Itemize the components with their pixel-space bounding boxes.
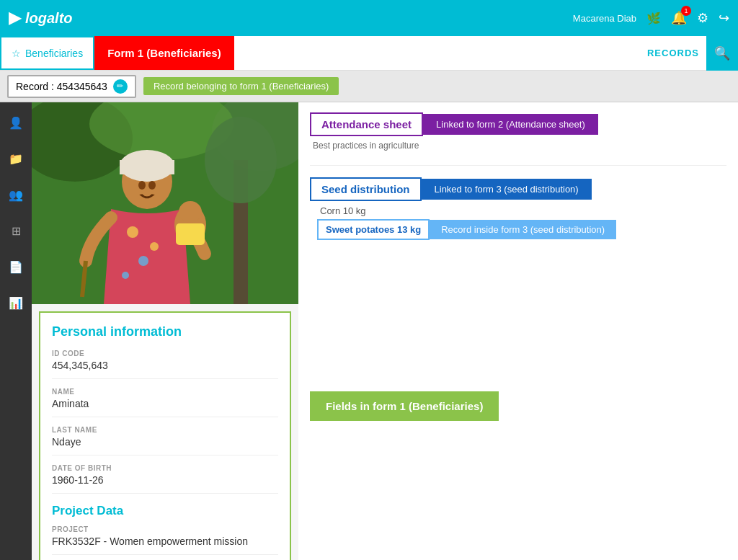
person-image [32, 102, 298, 304]
attendance-linked-label: Linked to form 2 (Attendance sheet) [423, 114, 598, 135]
project-label: PROJECT [52, 525, 278, 533]
attendance-section-header: Attendance sheet Linked to form 2 (Atten… [310, 112, 726, 136]
id-code-value: 454,345,643 [52, 360, 278, 371]
project-value: FRK3532F - Women empowerment mission [52, 535, 278, 547]
svg-point-15 [179, 201, 202, 223]
svg-point-18 [148, 181, 156, 190]
personal-info-title: Personal information [52, 324, 278, 339]
seed-linked-label: Linked to form 3 (seed distribution) [422, 179, 592, 200]
app-logo: logalto [25, 10, 73, 27]
svg-point-9 [127, 226, 138, 238]
breadcrumb-bar: ☆ Beneficiaries Form 1 (Beneficiaries) R… [0, 36, 738, 71]
svg-point-12 [122, 272, 129, 279]
record-bar: Record : 454345643 ✏ Record belonging to… [0, 71, 738, 102]
project-data-title: Project Data [52, 504, 278, 518]
name-value: Aminata [52, 398, 278, 409]
feather-icon: 🌿 [646, 12, 661, 25]
top-navigation: ▶ logalto Macarena Diab 🌿 🔔 1 ⚙ ↪ [0, 0, 738, 36]
name-field: NAME Aminata [52, 388, 278, 417]
fields-in-form1-button[interactable]: Fields in form 1 (Beneficiaries) [310, 391, 499, 421]
records-label: RECORDS [647, 48, 706, 58]
attendance-tag[interactable]: Attendance sheet [310, 112, 423, 136]
id-code-label: ID CODE [52, 350, 278, 357]
svg-point-11 [138, 256, 148, 266]
seed-sub-items: Corn 10 kg Sweet potatoes 13 kg Record i… [317, 205, 726, 240]
last-name-field: LAST NAME Ndaye [52, 426, 278, 455]
star-icon: ☆ [12, 48, 21, 59]
settings-icon[interactable]: ⚙ [697, 10, 708, 26]
notification-badge: 1 [681, 6, 691, 16]
record-belonging-label: Record belonging to form 1 (Beneficiarie… [143, 77, 339, 95]
dob-field: DATE OF BIRTH 1960-11-26 [52, 464, 278, 494]
sidebar-item-folder[interactable]: 📁 [3, 146, 29, 172]
nav-user-label: Macarena Diab [573, 13, 636, 24]
seed-section-header: Seed distribution Linked to form 3 (seed… [310, 177, 726, 201]
form1-breadcrumb[interactable]: Form 1 (Beneficiaries) [94, 36, 234, 70]
last-name-value: Ndaye [52, 436, 278, 448]
logo-area: ▶ logalto [9, 9, 573, 27]
svg-rect-16 [176, 223, 205, 245]
logout-icon[interactable]: ↪ [719, 10, 729, 26]
id-code-field: ID CODE 454,345,643 [52, 350, 278, 379]
right-panel: Attendance sheet Linked to form 2 (Atten… [298, 102, 738, 560]
fields-button-container: Fields in form 1 (Beneficiaries) [310, 370, 726, 421]
left-panel: Personal information ID CODE 454,345,643… [32, 102, 298, 560]
form1-label: Form 1 (Beneficiaries) [107, 47, 221, 59]
dob-value: 1960-11-26 [52, 474, 278, 486]
nav-right: Macarena Diab 🌿 🔔 1 ⚙ ↪ [573, 10, 729, 26]
sidebar-item-document[interactable]: 📄 [3, 254, 29, 280]
edit-record-icon[interactable]: ✏ [113, 79, 128, 94]
last-name-label: LAST NAME [52, 426, 278, 434]
svg-point-10 [150, 242, 159, 251]
sidebar-item-chart[interactable]: 📊 [3, 290, 29, 316]
seed-tag[interactable]: Seed distribution [310, 177, 422, 201]
seed-section: Seed distribution Linked to form 3 (seed… [310, 177, 726, 240]
content-area: Personal information ID CODE 454,345,643… [32, 102, 738, 560]
breadcrumb-beneficiaries-label: Beneficiaries [25, 48, 83, 59]
attendance-sub-note: Best practices in agriculture [313, 141, 726, 151]
svg-rect-8 [120, 160, 174, 174]
search-button[interactable]: 🔍 [706, 36, 738, 71]
record-id-label: Record : 454345643 [16, 81, 107, 92]
logo-arrow-icon: ▶ [9, 9, 21, 27]
svg-point-17 [138, 181, 146, 190]
sidebar-item-users[interactable]: 👥 [3, 182, 29, 208]
dob-label: DATE OF BIRTH [52, 464, 278, 472]
personal-info-card: Personal information ID CODE 454,345,643… [39, 311, 291, 560]
svg-point-5 [205, 117, 277, 203]
main-layout: 👤 📁 👥 ⊞ 📄 📊 [0, 102, 738, 560]
corn-label: Corn 10 kg [320, 205, 726, 216]
attendance-section: Attendance sheet Linked to form 2 (Atten… [310, 112, 726, 151]
notification-bell-icon[interactable]: 🔔 1 [671, 10, 687, 26]
name-label: NAME [52, 388, 278, 396]
sweet-potatoes-tag[interactable]: Sweet potatoes 13 kg [317, 219, 430, 240]
project-field: PROJECT FRK3532F - Women empowerment mis… [52, 525, 278, 555]
sidebar-item-grid[interactable]: ⊞ [3, 218, 29, 244]
sidebar: 👤 📁 👥 ⊞ 📄 📊 [0, 102, 32, 560]
sweet-potatoes-row: Sweet potatoes 13 kg Record inside form … [317, 219, 726, 240]
record-id-box: Record : 454345643 ✏ [7, 75, 136, 98]
sidebar-item-profile[interactable]: 👤 [3, 110, 29, 135]
sweet-linked-label: Record inside form 3 (seed distribution) [430, 220, 616, 239]
beneficiaries-tab[interactable]: ☆ Beneficiaries [0, 36, 94, 70]
